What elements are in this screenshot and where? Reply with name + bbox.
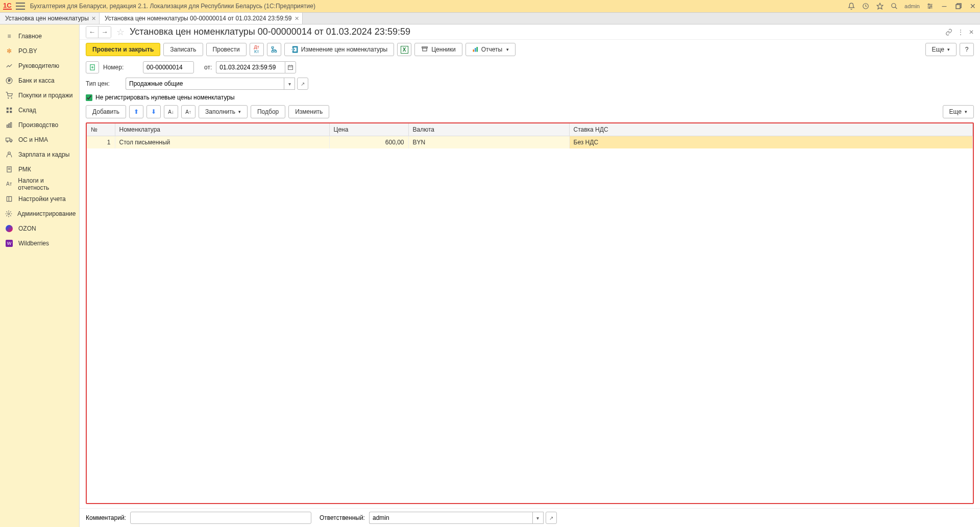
pricetags-button[interactable]: Ценники <box>414 43 462 56</box>
sidebar-item-taxes[interactable]: AтНалоги и отчетность <box>0 177 79 191</box>
link-icon[interactable] <box>945 29 952 36</box>
sidebar-item-rmk[interactable]: РМК <box>0 162 79 177</box>
date-input[interactable] <box>216 61 285 73</box>
tab-1[interactable]: Установка цен номенклатуры 00-00000014 о… <box>100 13 303 24</box>
cell-vat[interactable]: Без НДС <box>569 136 973 149</box>
minimize-icon[interactable]: – <box>940 2 948 10</box>
sidebar-item-admin[interactable]: Администрирование <box>0 206 79 221</box>
more-vertical-icon[interactable]: ⋮ <box>958 29 964 36</box>
toolbar-more-button[interactable]: Еще ▾ <box>925 43 957 56</box>
skip-zero-checkbox[interactable] <box>86 94 92 101</box>
sidebar-item-assets[interactable]: ОС и НМА <box>0 132 79 147</box>
sort-desc-button[interactable]: A↑ <box>181 105 195 118</box>
sidebar-item-sales[interactable]: Покупки и продажи <box>0 88 79 103</box>
svg-point-14 <box>11 97 12 98</box>
cell-n[interactable]: 1 <box>87 136 115 149</box>
sidebar-item-ozon[interactable]: OZON <box>0 221 79 236</box>
maximize-icon[interactable] <box>954 2 963 10</box>
number-row: Номер: от: <box>80 59 980 76</box>
save-button[interactable]: Записать <box>163 43 203 56</box>
col-n[interactable]: № <box>87 123 115 136</box>
col-price[interactable]: Цена <box>329 123 408 136</box>
settings-icon[interactable] <box>926 2 934 10</box>
sort-asc-button[interactable]: A↓ <box>164 105 178 118</box>
post-close-button[interactable]: Провести и закрыть <box>86 43 160 56</box>
tab-close-icon[interactable]: ✕ <box>91 15 96 22</box>
tab-label: Установка цен номенклатуры 00-00000014 о… <box>105 15 292 22</box>
history-icon[interactable] <box>862 2 870 10</box>
cell-currency[interactable]: BYN <box>408 136 569 149</box>
sidebar-item-main[interactable]: ≡Главное <box>0 29 79 43</box>
dropdown-icon[interactable]: ▾ <box>532 512 544 524</box>
move-up-button[interactable]: ⬆ <box>129 105 143 118</box>
forward-button[interactable]: → <box>99 27 111 38</box>
comment-input[interactable] <box>130 512 311 524</box>
table-row[interactable]: 1 Стол письменный 600,00 BYN Без НДС <box>87 136 973 149</box>
svg-point-24 <box>10 141 11 142</box>
pricetype-input[interactable] <box>126 78 284 90</box>
number-input[interactable] <box>143 61 194 73</box>
svg-rect-21 <box>10 122 11 127</box>
reports-button[interactable]: Отчеты▾ <box>465 43 516 56</box>
sidebar-item-warehouse[interactable]: Склад <box>0 103 79 117</box>
open-icon[interactable]: ↗ <box>546 512 557 524</box>
responsible-input[interactable] <box>369 512 532 524</box>
sidebar-item-hr[interactable]: Зарплата и кадры <box>0 147 79 162</box>
main-menu-icon[interactable] <box>16 3 25 10</box>
col-currency[interactable]: Валюта <box>408 123 569 136</box>
favorite-star-icon[interactable]: ☆ <box>116 27 125 38</box>
price-change-button[interactable]: Изменение цен номенклатуры <box>284 43 395 56</box>
open-icon[interactable]: ↗ <box>297 78 308 90</box>
col-vat[interactable]: Ставка НДС <box>569 123 973 136</box>
structure-icon[interactable] <box>267 43 281 56</box>
calendar-icon[interactable] <box>285 61 296 73</box>
sidebar-item-bank[interactable]: ₽Банк и касса <box>0 73 79 88</box>
number-label: Номер: <box>103 64 139 71</box>
cell-price[interactable]: 600,00 <box>329 136 408 149</box>
post-button[interactable]: Провести <box>206 43 247 56</box>
search-icon[interactable] <box>890 2 898 10</box>
sidebar-item-production[interactable]: Производство <box>0 117 79 132</box>
cell-item[interactable]: Стол письменный <box>115 136 329 149</box>
tab-0[interactable]: Установка цен номенклатуры ✕ <box>0 13 100 24</box>
svg-rect-36 <box>475 48 476 52</box>
menu-icon: ≡ <box>5 32 13 40</box>
col-item[interactable]: Номенклатура <box>115 123 329 136</box>
dt-kt-icon[interactable]: ДтКт <box>250 43 264 56</box>
sidebar-item-wildberries[interactable]: WWildberries <box>0 236 79 250</box>
skip-zero-label: Не регистрировать нулевые цены номенклат… <box>95 94 235 101</box>
help-button[interactable]: ? <box>960 43 974 56</box>
edit-button[interactable]: Изменить <box>288 105 329 118</box>
truck-icon <box>5 136 13 144</box>
sparkle-icon: ✻ <box>5 47 13 55</box>
back-button[interactable]: ← <box>86 27 99 38</box>
sidebar: ≡Главное ✻PO.BY Руководителю ₽Банк и кас… <box>0 24 79 527</box>
table-more-button[interactable]: Еще ▾ <box>943 105 974 118</box>
bell-icon[interactable] <box>847 2 855 10</box>
gear-icon <box>5 210 12 218</box>
dropdown-icon[interactable]: ▾ <box>284 78 295 90</box>
tab-close-icon[interactable]: ✕ <box>295 15 299 22</box>
svg-text:₽: ₽ <box>8 79 11 82</box>
close-icon[interactable]: ✕ <box>969 2 977 10</box>
table-toolbar: Добавить ⬆ ⬇ A↓ A↑ Заполнить ▾ Подбор Из… <box>80 103 980 120</box>
fill-button[interactable]: Заполнить ▾ <box>199 105 248 118</box>
logo-1c: 1С <box>3 3 12 10</box>
close-doc-icon[interactable]: ✕ <box>969 29 974 36</box>
excel-icon[interactable]: X <box>397 43 411 56</box>
star-icon[interactable] <box>876 2 884 10</box>
chart-icon <box>5 62 13 70</box>
svg-point-2 <box>892 4 896 8</box>
sidebar-item-settings[interactable]: Настройки учета <box>0 191 79 206</box>
add-button[interactable]: Добавить <box>86 105 126 118</box>
price-table[interactable]: № Номенклатура Цена Валюта Ставка НДС 1 … <box>87 123 973 148</box>
sidebar-item-poby[interactable]: ✻PO.BY <box>0 43 79 58</box>
svg-point-9 <box>929 7 930 8</box>
user-label[interactable]: admin <box>904 3 920 9</box>
svg-rect-34 <box>422 47 428 48</box>
move-down-button[interactable]: ⬇ <box>146 105 161 118</box>
new-doc-icon[interactable] <box>86 61 99 73</box>
svg-rect-30 <box>272 47 274 48</box>
sidebar-item-manager[interactable]: Руководителю <box>0 58 79 73</box>
pick-button[interactable]: Подбор <box>251 105 285 118</box>
